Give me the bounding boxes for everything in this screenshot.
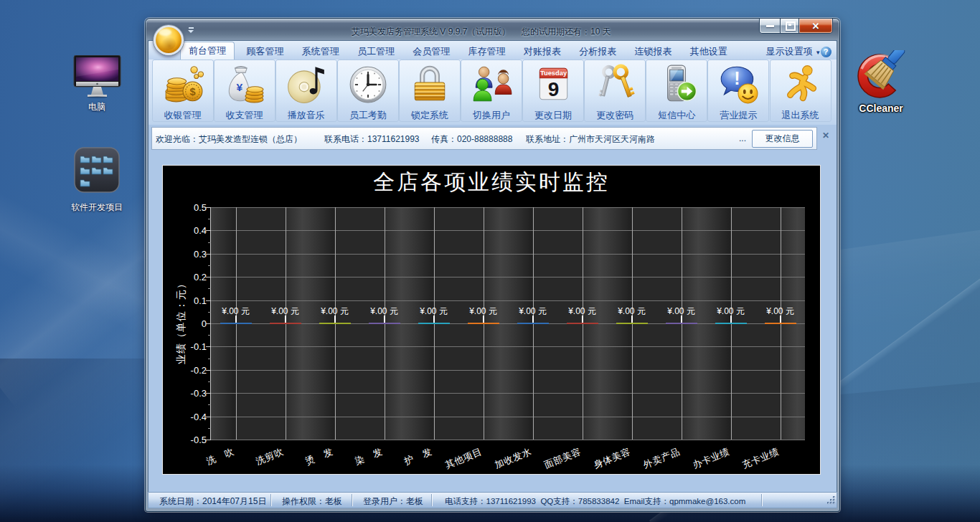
svg-text:¥: ¥ bbox=[236, 81, 242, 93]
svg-text:9: 9 bbox=[548, 78, 560, 100]
svg-text:!: ! bbox=[735, 69, 740, 88]
svg-text:Tuesday: Tuesday bbox=[540, 70, 567, 77]
svg-text:$: $ bbox=[189, 86, 195, 98]
